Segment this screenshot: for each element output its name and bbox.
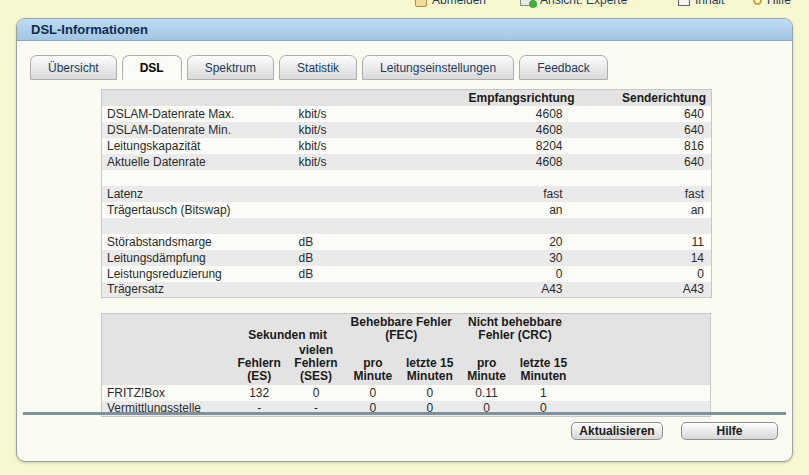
row-label: Latenz: [102, 186, 297, 202]
rx-value: 4608: [397, 106, 577, 122]
header-senderichtung: Senderichtung: [577, 90, 712, 106]
tx-value: 640: [577, 154, 712, 170]
value-cell: 0.11: [458, 385, 515, 401]
row-label: Leitungsdämpfung: [102, 250, 297, 266]
table-row: Leitungskapazität kbit/s 8204 816: [102, 138, 712, 154]
table-row: Latenz fast fast: [102, 186, 712, 202]
tab-leitungseinstellungen[interactable]: Leitungseinstellungen: [362, 55, 514, 80]
table-row-spacer: [102, 170, 712, 186]
table-row: Trägertausch (Bitswap) an an: [102, 202, 712, 218]
page-title: DSL-Informationen: [17, 19, 792, 41]
header-empty: [572, 344, 711, 385]
topbar-item-view-expert[interactable]: Ansicht: Experte: [520, 0, 627, 8]
topbar-item-label: Inhalt: [695, 0, 724, 7]
value-cell: 0: [288, 385, 345, 401]
row-label: Aktuelle Datenrate: [102, 154, 297, 170]
group-header-sekunden-mit: Sekunden mit: [231, 314, 345, 344]
table-row: Störabstandsmarge dB 20 11: [102, 234, 712, 250]
rx-value: 20: [397, 234, 577, 250]
group-header-crc: Nicht behebbare Fehler (CRC): [458, 314, 572, 344]
tx-value: an: [577, 202, 712, 218]
value-cell: 0: [401, 385, 458, 401]
header-empty: [102, 90, 297, 106]
tab-spektrum[interactable]: Spektrum: [187, 55, 274, 80]
tab-statistik[interactable]: Statistik: [279, 55, 357, 80]
row-label: Leistungsreduzierung: [102, 266, 297, 282]
refresh-button[interactable]: Aktualisieren: [571, 422, 663, 440]
tab-dsl[interactable]: DSL: [122, 55, 182, 80]
unit-cell: [297, 202, 397, 218]
table-row: DSLAM-Datenrate Min. kbit/s 4608 640: [102, 122, 712, 138]
row-label: Trägertausch (Bitswap): [102, 202, 297, 218]
topbar-item-contents[interactable]: Inhalt: [678, 0, 724, 8]
rx-value: 30: [397, 250, 577, 266]
sub-header-es: Fehlern (ES): [231, 344, 288, 385]
unit-cell: [297, 282, 397, 298]
tx-value: 11: [577, 234, 712, 250]
unit-cell: kbit/s: [297, 138, 397, 154]
rx-value: 4608: [397, 154, 577, 170]
tx-value: 14: [577, 250, 712, 266]
rx-value: fast: [397, 186, 577, 202]
unit-cell: [297, 186, 397, 202]
table-row-spacer: [102, 218, 712, 234]
header-empty: [102, 344, 231, 385]
rx-value: 0: [397, 266, 577, 282]
tab-bar: Übersicht DSL Spektrum Statistik Leitung…: [30, 55, 608, 80]
contents-icon: [678, 0, 690, 6]
header-empty: [572, 314, 711, 344]
view-expert-icon: [520, 0, 535, 6]
row-label: Leitungskapazität: [102, 138, 297, 154]
unit-cell: kbit/s: [297, 106, 397, 122]
sub-header-crc-15: letzte 15 Minuten: [515, 344, 572, 385]
unit-cell: dB: [297, 234, 397, 250]
row-label: DSLAM-Datenrate Min.: [102, 122, 297, 138]
rx-value: A43: [397, 282, 577, 298]
topbar-item-label: Hilfe: [767, 0, 791, 7]
tx-value: 816: [577, 138, 712, 154]
table-row: Leitungsdämpfung dB 30 14: [102, 250, 712, 266]
tx-value: 0: [577, 266, 712, 282]
sub-header-fec-15: letzte 15 Minuten: [401, 344, 458, 385]
value-cell: 1: [515, 385, 572, 401]
topbar-item-label: Abmelden: [432, 0, 486, 7]
tab-uebersicht[interactable]: Übersicht: [30, 55, 117, 80]
header-empty: [297, 90, 397, 106]
topbar-item-label: Ansicht: Experte: [540, 0, 627, 7]
table-header-row: Empfangsrichtung Senderichtung: [102, 90, 712, 106]
value-cell: 0: [344, 385, 401, 401]
row-label: Störabstandsmarge: [102, 234, 297, 250]
row-label: Trägersatz: [102, 282, 297, 298]
group-header-row: Sekunden mit Behebbare Fehler (FEC) Nich…: [102, 314, 711, 344]
table-row: Trägersatz A43 A43: [102, 282, 712, 298]
tx-value: fast: [577, 186, 712, 202]
rx-value: 8204: [397, 138, 577, 154]
header-empty: [102, 314, 231, 344]
topbar-item-logout[interactable]: Abmelden: [415, 0, 486, 8]
value-cell: 132: [231, 385, 288, 401]
table-row-fritzbox: FRITZ!Box 132 0 0 0 0.11 1: [102, 385, 711, 401]
rx-value: 4608: [397, 122, 577, 138]
tx-value: A43: [577, 282, 712, 298]
header-empfangsrichtung: Empfangsrichtung: [397, 90, 577, 106]
dsl-parameters-table: Empfangsrichtung Senderichtung DSLAM-Dat…: [101, 89, 712, 298]
error-statistics-table: Sekunden mit Behebbare Fehler (FEC) Nich…: [101, 313, 711, 417]
row-label: DSLAM-Datenrate Max.: [102, 106, 297, 122]
tab-feedback[interactable]: Feedback: [519, 55, 608, 80]
unit-cell: kbit/s: [297, 122, 397, 138]
group-header-fec: Behebbare Fehler (FEC): [344, 314, 458, 344]
help-button[interactable]: Hilfe: [681, 422, 778, 440]
dsl-information-panel: DSL-Informationen Übersicht DSL Spektrum…: [16, 18, 793, 462]
topbar-item-help[interactable]: Hilfe: [753, 0, 791, 8]
unit-cell: kbit/s: [297, 154, 397, 170]
sub-header-row: Fehlern (ES) vielen Fehlern (SES) pro Mi…: [102, 344, 711, 385]
help-icon: [753, 0, 762, 5]
unit-cell: dB: [297, 266, 397, 282]
sub-header-ses: vielen Fehlern (SES): [288, 344, 345, 385]
rx-value: an: [397, 202, 577, 218]
tx-value: 640: [577, 106, 712, 122]
footer-divider: [23, 412, 786, 415]
sub-header-crc-min: pro Minute: [458, 344, 515, 385]
table-row: DSLAM-Datenrate Max. kbit/s 4608 640: [102, 106, 712, 122]
sub-header-fec-min: pro Minute: [344, 344, 401, 385]
